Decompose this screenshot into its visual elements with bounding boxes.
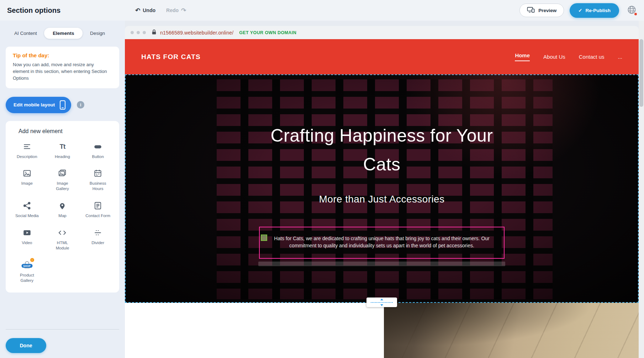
browser-chrome-bar: n1566589.websitebuilder.online/ GET YOUR… <box>125 26 639 39</box>
add-element-divider[interactable]: Divider <box>80 228 116 251</box>
element-label: Description <box>17 154 37 159</box>
elements-grid: Description Tt Heading Button <box>9 142 116 284</box>
editor-canvas: n1566589.websitebuilder.online/ GET YOUR… <box>125 21 644 358</box>
page-title: Section options <box>7 6 60 15</box>
shop-badge: SHOP <box>21 264 32 268</box>
hero-subheading[interactable]: More than Just Accessories <box>319 194 445 205</box>
tab-design[interactable]: Design <box>90 28 105 39</box>
element-label: Map <box>58 213 66 219</box>
video-icon <box>22 228 32 238</box>
hero-paragraph[interactable]: Hats for Cats, we are dedicated to craft… <box>264 235 500 258</box>
add-element-business-hours[interactable]: Business Hours <box>80 168 116 191</box>
preview-button[interactable]: Preview <box>519 4 564 17</box>
element-label: Video <box>22 240 32 246</box>
hero-heading[interactable]: Crafting Happiness for Your Cats <box>270 121 494 179</box>
html-code-icon <box>58 228 67 238</box>
arrow-down-icon <box>380 304 383 306</box>
button-icon <box>93 142 102 152</box>
add-element-image-gallery[interactable]: Image Gallery <box>45 168 80 191</box>
site-nav: Home About Us Contact us ... <box>515 52 622 61</box>
site-logo[interactable]: HATS FOR CATS <box>141 53 201 61</box>
product-gallery-icon: SHOP ↑ <box>22 260 32 270</box>
element-label: Business Hours <box>85 181 110 191</box>
nav-contact-us[interactable]: Contact us <box>579 54 605 60</box>
add-element-social-media[interactable]: Social Media <box>9 201 45 219</box>
nav-more-ellipsis[interactable]: ... <box>618 54 622 60</box>
element-label: Social Media <box>15 213 39 219</box>
tab-elements[interactable]: Elements <box>44 28 83 39</box>
edit-mobile-layout-button[interactable]: Edit mobile layout <box>6 97 71 113</box>
topbar: Section options ↶ Undo Redo ↷ P <box>0 0 644 21</box>
element-label: Image Gallery <box>50 181 75 191</box>
element-label: Contact Form <box>85 213 110 219</box>
tab-ai-content[interactable]: AI Content <box>14 28 37 39</box>
add-element-image[interactable]: Image <box>9 168 45 191</box>
description-lines-icon <box>22 142 32 152</box>
add-element-product-gallery[interactable]: SHOP ↑ Product Gallery <box>9 260 45 283</box>
add-element-title: Add new element <box>19 128 116 135</box>
add-element-contact-form[interactable]: Contact Form <box>80 201 116 219</box>
section-resize-handle[interactable] <box>366 298 397 307</box>
redo-button[interactable]: Redo ↷ <box>166 7 186 14</box>
arrow-up-icon <box>380 299 383 300</box>
tip-of-the-day-card: Tip of the day: Now you can add, move an… <box>6 47 119 88</box>
republish-button[interactable]: ✓ Re-Publish <box>570 3 619 18</box>
canvas-scrollbar[interactable] <box>639 21 644 358</box>
site-header[interactable]: HATS FOR CATS Home About Us Contact us .… <box>125 39 639 74</box>
check-icon: ✓ <box>578 7 582 13</box>
app: Section options ↶ Undo Redo ↷ P <box>0 0 644 358</box>
scrollbar-thumb[interactable] <box>639 39 643 107</box>
tip-title: Tip of the day: <box>13 52 112 58</box>
social-media-icon <box>22 201 32 211</box>
undo-icon: ↶ <box>135 7 140 14</box>
hero-content: Crafting Happiness for Your Cats More th… <box>126 75 638 302</box>
sidebar-footer: Done <box>0 329 125 358</box>
edit-mobile-row: Edit mobile layout i <box>6 97 125 113</box>
element-label: Heading <box>55 154 70 159</box>
undo-label: Undo <box>143 7 155 13</box>
devices-icon <box>527 7 535 14</box>
contact-form-icon <box>93 201 102 211</box>
resize-handle-left[interactable] <box>261 235 267 241</box>
history-controls: ↶ Undo Redo ↷ <box>135 7 186 14</box>
window-dot <box>131 31 134 34</box>
add-new-element-card: Add new element Description Tt Heading <box>6 121 119 293</box>
add-element-button[interactable]: Button <box>80 142 116 159</box>
divider-icon <box>93 228 102 238</box>
site-preview: HATS FOR CATS Home About Us Contact us .… <box>125 39 639 358</box>
element-label: Product Gallery <box>15 273 39 283</box>
undo-button[interactable]: ↶ Undo <box>135 7 155 14</box>
next-section[interactable] <box>125 303 639 358</box>
add-element-heading[interactable]: Tt Heading <box>45 142 80 159</box>
footer-divider <box>6 329 119 330</box>
info-icon[interactable]: i <box>77 101 84 109</box>
image-gallery-icon <box>58 168 67 178</box>
language-globe-button[interactable] <box>626 5 637 16</box>
element-label: Divider <box>91 240 104 246</box>
selected-text-element[interactable]: Hats for Cats, we are dedicated to craft… <box>259 227 505 259</box>
done-button[interactable]: Done <box>6 338 46 353</box>
site-url[interactable]: n1566589.websitebuilder.online/ <box>160 30 233 36</box>
add-element-video[interactable]: Video <box>9 228 45 251</box>
hero-section-selected[interactable]: Crafting Happiness for Your Cats More th… <box>125 74 639 303</box>
upgrade-badge-icon: ↑ <box>30 257 35 263</box>
image-icon <box>22 168 32 178</box>
dotted-resize-line <box>371 302 393 303</box>
lock-icon <box>152 29 157 36</box>
heading-icon: Tt <box>60 142 65 152</box>
redo-icon: ↷ <box>181 7 186 14</box>
topbar-actions: Preview ✓ Re-Publish <box>519 3 637 18</box>
window-dots <box>131 31 146 34</box>
add-element-html-module[interactable]: HTML Module <box>45 228 80 251</box>
preview-label: Preview <box>538 8 556 13</box>
get-own-domain-link[interactable]: GET YOUR OWN DOMAIN <box>239 30 296 35</box>
notification-dot <box>634 13 637 15</box>
add-element-description[interactable]: Description <box>9 142 45 159</box>
nav-about-us[interactable]: About Us <box>543 54 565 60</box>
map-pin-icon <box>58 201 67 211</box>
nav-home[interactable]: Home <box>515 52 530 61</box>
pavement-photo <box>384 303 639 358</box>
redo-label: Redo <box>166 7 179 13</box>
add-element-map[interactable]: Map <box>45 201 80 219</box>
sidebar-tabs: AI Content Elements Design <box>14 28 105 39</box>
